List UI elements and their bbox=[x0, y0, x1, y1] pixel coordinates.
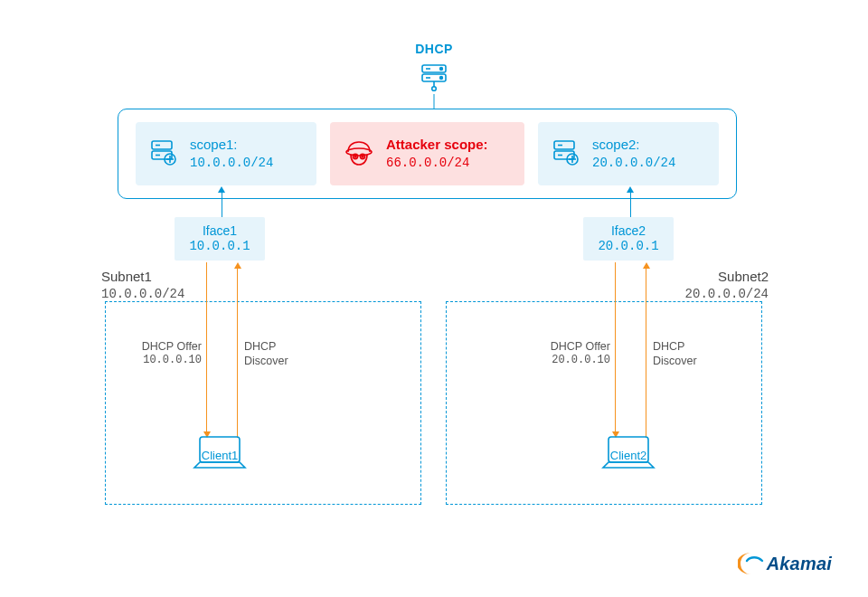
iface2-name: Iface2 bbox=[583, 223, 674, 240]
subnet1-box bbox=[105, 301, 421, 505]
subnet1-name: Subnet1 bbox=[101, 268, 184, 286]
client2: Client2 bbox=[599, 433, 657, 489]
svg-rect-9 bbox=[152, 151, 172, 159]
iface2-ip: 20.0.0.1 bbox=[583, 239, 674, 255]
svg-point-7 bbox=[432, 87, 437, 91]
svg-point-19 bbox=[362, 156, 363, 157]
scope2-cidr: 20.0.0.0/24 bbox=[592, 155, 675, 172]
iface2-box: Iface2 20.0.0.1 bbox=[583, 217, 674, 261]
scope-server-icon bbox=[148, 137, 179, 171]
subnet2-label: Subnet2 20.0.0.0/24 bbox=[685, 268, 769, 303]
akamai-wave-icon bbox=[738, 550, 765, 577]
svg-point-5 bbox=[440, 77, 443, 80]
attacker-scope-card: Attacker scope: 66.0.0.0/24 bbox=[330, 122, 524, 185]
offer-label-text-2: DHCP Offer bbox=[540, 339, 610, 354]
discover-label-b: Discover bbox=[244, 354, 316, 368]
attacker-icon bbox=[343, 137, 375, 172]
svg-rect-20 bbox=[554, 141, 574, 149]
subnet1-label: Subnet1 10.0.0.0/24 bbox=[101, 268, 184, 303]
scope1-cidr: 10.0.0.0/24 bbox=[190, 155, 273, 172]
discover-label-a2: DHCP bbox=[653, 339, 725, 354]
iface1-ip: 10.0.0.1 bbox=[175, 239, 265, 255]
scope-server-icon bbox=[551, 137, 581, 171]
akamai-wordmark: Akamai bbox=[767, 554, 832, 574]
arrow-iface2-scope2 bbox=[627, 186, 634, 218]
discover-label-a: DHCP bbox=[244, 339, 316, 354]
network-diagram: DHCP scope1: bbox=[0, 0, 868, 597]
svg-point-4 bbox=[440, 68, 443, 71]
dhcp-connector bbox=[434, 94, 435, 109]
client2-label: Client2 bbox=[599, 449, 657, 462]
arrow-iface1-scope1 bbox=[218, 186, 225, 218]
dhcp-title: DHCP bbox=[415, 42, 453, 56]
dhcp-offer-label-2: DHCP Offer 20.0.0.10 bbox=[540, 339, 610, 368]
discover-label-b2: Discover bbox=[653, 354, 725, 368]
svg-point-18 bbox=[354, 156, 356, 157]
dhcp-offer-label-1: DHCP Offer 10.0.0.10 bbox=[131, 339, 202, 368]
svg-rect-8 bbox=[152, 141, 172, 149]
dhcp-discover-label-1: DHCP Discover bbox=[244, 339, 316, 369]
client1-label: Client1 bbox=[191, 449, 249, 462]
dhcp-discover-label-2: DHCP Discover bbox=[653, 339, 725, 369]
svg-point-15 bbox=[346, 148, 372, 156]
scope1-name: scope1: bbox=[190, 136, 273, 154]
server-icon bbox=[417, 63, 451, 92]
iface1-name: Iface1 bbox=[175, 223, 265, 240]
subnet2-name: Subnet2 bbox=[685, 268, 769, 286]
scope1-card: scope1: 10.0.0.0/24 bbox=[136, 122, 316, 185]
offer1-ip: 10.0.0.10 bbox=[131, 354, 202, 368]
attacker-scope-cidr: 66.0.0.0/24 bbox=[386, 155, 488, 172]
laptop-icon bbox=[599, 461, 657, 476]
attacker-scope-name: Attacker scope: bbox=[386, 136, 488, 154]
offer-label-text: DHCP Offer bbox=[131, 339, 202, 354]
scope2-card: scope2: 20.0.0.0/24 bbox=[538, 122, 719, 185]
laptop-icon bbox=[191, 461, 249, 476]
offer2-ip: 20.0.0.10 bbox=[540, 354, 610, 368]
iface1-box: Iface1 10.0.0.1 bbox=[175, 217, 265, 261]
akamai-logo: Akamai bbox=[738, 550, 832, 577]
scope2-name: scope2: bbox=[592, 136, 675, 154]
client1: Client1 bbox=[191, 433, 249, 489]
svg-rect-21 bbox=[554, 151, 574, 159]
